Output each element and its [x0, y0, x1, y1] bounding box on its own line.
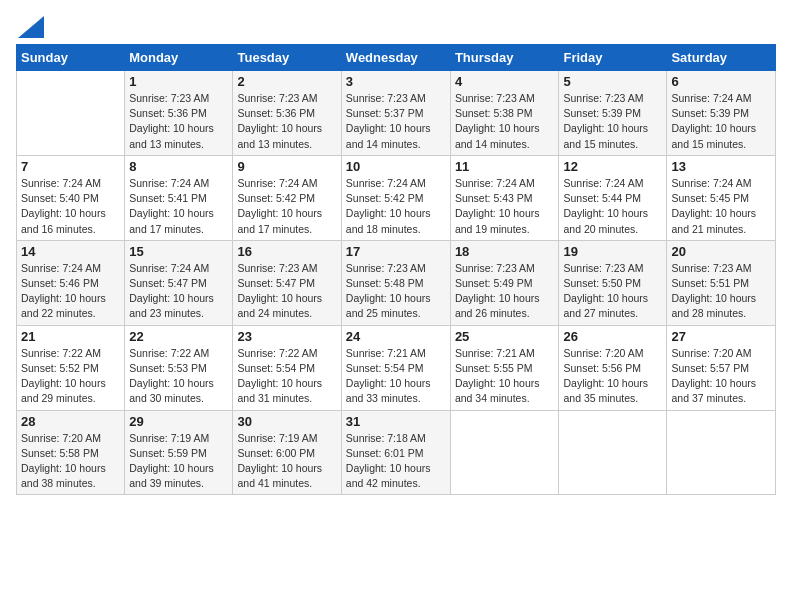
day-info: Sunrise: 7:23 AMSunset: 5:36 PMDaylight:…: [237, 91, 336, 152]
svg-marker-0: [18, 16, 44, 38]
day-info: Sunrise: 7:18 AMSunset: 6:01 PMDaylight:…: [346, 431, 446, 492]
calendar-cell: 23Sunrise: 7:22 AMSunset: 5:54 PMDayligh…: [233, 325, 341, 410]
calendar-cell: 14Sunrise: 7:24 AMSunset: 5:46 PMDayligh…: [17, 240, 125, 325]
day-info: Sunrise: 7:24 AMSunset: 5:39 PMDaylight:…: [671, 91, 771, 152]
week-row-4: 21Sunrise: 7:22 AMSunset: 5:52 PMDayligh…: [17, 325, 776, 410]
calendar-cell: 4Sunrise: 7:23 AMSunset: 5:38 PMDaylight…: [450, 71, 559, 156]
calendar-cell: 16Sunrise: 7:23 AMSunset: 5:47 PMDayligh…: [233, 240, 341, 325]
calendar-cell: [667, 410, 776, 495]
calendar-cell: 1Sunrise: 7:23 AMSunset: 5:36 PMDaylight…: [125, 71, 233, 156]
day-number: 3: [346, 74, 446, 89]
calendar-cell: 27Sunrise: 7:20 AMSunset: 5:57 PMDayligh…: [667, 325, 776, 410]
day-number: 23: [237, 329, 336, 344]
calendar-cell: 26Sunrise: 7:20 AMSunset: 5:56 PMDayligh…: [559, 325, 667, 410]
day-info: Sunrise: 7:19 AMSunset: 5:59 PMDaylight:…: [129, 431, 228, 492]
week-row-1: 1Sunrise: 7:23 AMSunset: 5:36 PMDaylight…: [17, 71, 776, 156]
calendar-cell: 19Sunrise: 7:23 AMSunset: 5:50 PMDayligh…: [559, 240, 667, 325]
day-number: 21: [21, 329, 120, 344]
day-info: Sunrise: 7:23 AMSunset: 5:47 PMDaylight:…: [237, 261, 336, 322]
day-number: 1: [129, 74, 228, 89]
weekday-header-friday: Friday: [559, 45, 667, 71]
weekday-header-thursday: Thursday: [450, 45, 559, 71]
day-info: Sunrise: 7:22 AMSunset: 5:53 PMDaylight:…: [129, 346, 228, 407]
weekday-header-wednesday: Wednesday: [341, 45, 450, 71]
day-number: 19: [563, 244, 662, 259]
day-number: 18: [455, 244, 555, 259]
header: [16, 16, 776, 34]
day-info: Sunrise: 7:21 AMSunset: 5:54 PMDaylight:…: [346, 346, 446, 407]
day-info: Sunrise: 7:23 AMSunset: 5:49 PMDaylight:…: [455, 261, 555, 322]
day-info: Sunrise: 7:23 AMSunset: 5:37 PMDaylight:…: [346, 91, 446, 152]
calendar-cell: 9Sunrise: 7:24 AMSunset: 5:42 PMDaylight…: [233, 155, 341, 240]
day-info: Sunrise: 7:20 AMSunset: 5:56 PMDaylight:…: [563, 346, 662, 407]
day-number: 10: [346, 159, 446, 174]
day-number: 28: [21, 414, 120, 429]
calendar-cell: 11Sunrise: 7:24 AMSunset: 5:43 PMDayligh…: [450, 155, 559, 240]
day-number: 30: [237, 414, 336, 429]
day-info: Sunrise: 7:23 AMSunset: 5:39 PMDaylight:…: [563, 91, 662, 152]
calendar-cell: 30Sunrise: 7:19 AMSunset: 6:00 PMDayligh…: [233, 410, 341, 495]
day-info: Sunrise: 7:24 AMSunset: 5:44 PMDaylight:…: [563, 176, 662, 237]
day-info: Sunrise: 7:23 AMSunset: 5:48 PMDaylight:…: [346, 261, 446, 322]
main-container: SundayMondayTuesdayWednesdayThursdayFrid…: [0, 0, 792, 503]
day-number: 11: [455, 159, 555, 174]
week-row-5: 28Sunrise: 7:20 AMSunset: 5:58 PMDayligh…: [17, 410, 776, 495]
week-row-2: 7Sunrise: 7:24 AMSunset: 5:40 PMDaylight…: [17, 155, 776, 240]
calendar-cell: 8Sunrise: 7:24 AMSunset: 5:41 PMDaylight…: [125, 155, 233, 240]
day-info: Sunrise: 7:24 AMSunset: 5:42 PMDaylight:…: [237, 176, 336, 237]
calendar-cell: 6Sunrise: 7:24 AMSunset: 5:39 PMDaylight…: [667, 71, 776, 156]
day-info: Sunrise: 7:24 AMSunset: 5:42 PMDaylight:…: [346, 176, 446, 237]
day-number: 15: [129, 244, 228, 259]
day-number: 2: [237, 74, 336, 89]
weekday-header-row: SundayMondayTuesdayWednesdayThursdayFrid…: [17, 45, 776, 71]
day-number: 17: [346, 244, 446, 259]
calendar-cell: 7Sunrise: 7:24 AMSunset: 5:40 PMDaylight…: [17, 155, 125, 240]
calendar-cell: 5Sunrise: 7:23 AMSunset: 5:39 PMDaylight…: [559, 71, 667, 156]
day-info: Sunrise: 7:24 AMSunset: 5:46 PMDaylight:…: [21, 261, 120, 322]
day-info: Sunrise: 7:23 AMSunset: 5:36 PMDaylight:…: [129, 91, 228, 152]
day-number: 25: [455, 329, 555, 344]
day-number: 22: [129, 329, 228, 344]
calendar-cell: 17Sunrise: 7:23 AMSunset: 5:48 PMDayligh…: [341, 240, 450, 325]
calendar-cell: 22Sunrise: 7:22 AMSunset: 5:53 PMDayligh…: [125, 325, 233, 410]
day-info: Sunrise: 7:24 AMSunset: 5:43 PMDaylight:…: [455, 176, 555, 237]
day-info: Sunrise: 7:23 AMSunset: 5:51 PMDaylight:…: [671, 261, 771, 322]
weekday-header-sunday: Sunday: [17, 45, 125, 71]
calendar-table: SundayMondayTuesdayWednesdayThursdayFrid…: [16, 44, 776, 495]
day-info: Sunrise: 7:24 AMSunset: 5:40 PMDaylight:…: [21, 176, 120, 237]
weekday-header-tuesday: Tuesday: [233, 45, 341, 71]
day-number: 5: [563, 74, 662, 89]
day-number: 20: [671, 244, 771, 259]
logo-icon: [18, 16, 44, 38]
weekday-header-monday: Monday: [125, 45, 233, 71]
day-number: 9: [237, 159, 336, 174]
day-info: Sunrise: 7:22 AMSunset: 5:52 PMDaylight:…: [21, 346, 120, 407]
day-info: Sunrise: 7:20 AMSunset: 5:58 PMDaylight:…: [21, 431, 120, 492]
day-number: 27: [671, 329, 771, 344]
day-number: 7: [21, 159, 120, 174]
day-info: Sunrise: 7:21 AMSunset: 5:55 PMDaylight:…: [455, 346, 555, 407]
day-number: 16: [237, 244, 336, 259]
week-row-3: 14Sunrise: 7:24 AMSunset: 5:46 PMDayligh…: [17, 240, 776, 325]
calendar-cell: 10Sunrise: 7:24 AMSunset: 5:42 PMDayligh…: [341, 155, 450, 240]
calendar-cell: 13Sunrise: 7:24 AMSunset: 5:45 PMDayligh…: [667, 155, 776, 240]
calendar-cell: 28Sunrise: 7:20 AMSunset: 5:58 PMDayligh…: [17, 410, 125, 495]
calendar-cell: [450, 410, 559, 495]
calendar-cell: 31Sunrise: 7:18 AMSunset: 6:01 PMDayligh…: [341, 410, 450, 495]
calendar-cell: 3Sunrise: 7:23 AMSunset: 5:37 PMDaylight…: [341, 71, 450, 156]
calendar-cell: 15Sunrise: 7:24 AMSunset: 5:47 PMDayligh…: [125, 240, 233, 325]
day-info: Sunrise: 7:24 AMSunset: 5:45 PMDaylight:…: [671, 176, 771, 237]
calendar-cell: [559, 410, 667, 495]
calendar-cell: 29Sunrise: 7:19 AMSunset: 5:59 PMDayligh…: [125, 410, 233, 495]
day-info: Sunrise: 7:19 AMSunset: 6:00 PMDaylight:…: [237, 431, 336, 492]
calendar-cell: 12Sunrise: 7:24 AMSunset: 5:44 PMDayligh…: [559, 155, 667, 240]
day-info: Sunrise: 7:24 AMSunset: 5:47 PMDaylight:…: [129, 261, 228, 322]
day-number: 4: [455, 74, 555, 89]
day-number: 14: [21, 244, 120, 259]
calendar-cell: [17, 71, 125, 156]
calendar-cell: 2Sunrise: 7:23 AMSunset: 5:36 PMDaylight…: [233, 71, 341, 156]
day-number: 29: [129, 414, 228, 429]
day-info: Sunrise: 7:23 AMSunset: 5:38 PMDaylight:…: [455, 91, 555, 152]
day-number: 24: [346, 329, 446, 344]
day-number: 13: [671, 159, 771, 174]
